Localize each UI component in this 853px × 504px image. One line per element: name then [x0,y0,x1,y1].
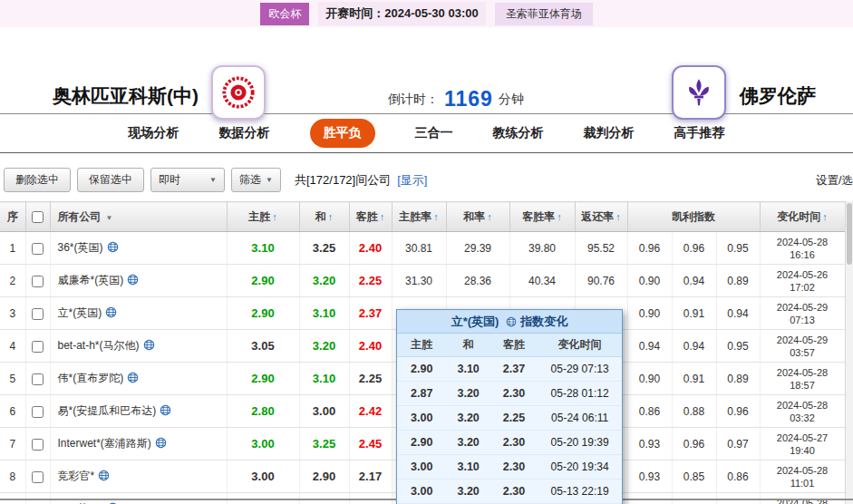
globe-icon[interactable] [143,339,155,351]
kelly-away: 0.95 [716,330,760,363]
tab-live-analysis[interactable]: 现场分析 [129,125,179,141]
row-index: 6 [0,395,25,428]
popup-away-odds: 2.30 [490,382,538,406]
odds-row[interactable]: 2威廉希*(英国)2.903.202.2531.3028.3640.3490.7… [0,265,845,297]
company-name[interactable]: Interwet*(塞浦路斯) [50,428,227,460]
row-checkbox[interactable] [32,471,44,483]
vertical-scrollbar[interactable] [845,201,853,504]
col-away-odds[interactable]: 客胜↑ [349,202,392,232]
company-name[interactable]: bet-at-h*(马尔他) [50,330,227,363]
home-odds: 3.00 [227,460,299,493]
popup-change-time: 05-28 01:12 [538,382,622,406]
home-team-logo [211,65,266,120]
home-odds: 2.90 [227,265,299,297]
globe-icon[interactable] [107,241,119,253]
sort-asc-icon: ↑ [328,211,334,222]
match-info-bar: 欧会杯 开赛时间：2024-05-30 03:00 圣索菲亚体育场 [0,0,853,27]
kelly-draw: 0.96 [672,428,716,460]
company-name[interactable]: 36*(英国) [50,232,227,265]
row-checkbox-cell [25,428,50,460]
kelly-draw: 0.96 [672,232,716,265]
popup-row: 2.903.102.3705-29 07:13 [397,357,622,382]
kelly-draw: 0.88 [672,395,716,428]
globe-icon[interactable] [127,274,139,286]
col-change-time[interactable]: 变化时间↑ [760,202,845,232]
company-name[interactable]: 立*(英国) [50,297,227,330]
company-name[interactable]: 威廉希*(英国) [50,265,227,297]
row-checkbox-cell [25,395,50,428]
tab-expert-picks[interactable]: 高手推荐 [674,125,725,141]
globe-icon[interactable] [105,306,117,318]
company-name[interactable]: 竞彩官* [50,460,227,493]
tab-data-analysis[interactable]: 数据分析 [219,125,270,141]
home-odds: 2.80 [227,395,299,428]
company-name[interactable]: 伟*(直布罗陀) [50,363,227,395]
col-home-odds[interactable]: 主胜↑ [227,202,299,232]
home-odds: 3.10 [227,232,299,265]
row-checkbox[interactable] [32,308,44,320]
settings-link[interactable]: 设置/选 [816,172,853,188]
row-index: 7 [0,428,25,460]
popup-title: 立*(英国) 指数变化 [397,310,622,334]
filter-dropdown[interactable]: 筛选 ▼ [231,168,281,192]
popup-col-draw: 和 [446,334,490,357]
tab-three-in-one[interactable]: 三合一 [415,125,453,141]
company-filter-caret-icon[interactable]: ▼ [106,214,113,222]
instant-dropdown[interactable]: 即时 ▼ [150,168,225,192]
popup-col-time: 变化时间 [538,334,622,357]
home-odds: 2.90 [227,363,299,395]
delete-selected-button[interactable]: 删除选中 [4,168,71,192]
venue-name: 圣索菲亚体育场 [495,3,593,25]
company-name[interactable]: 易*(安提瓜和巴布达) [50,395,227,428]
row-checkbox[interactable] [32,439,44,451]
change-time: 2024-05-2617:02 [760,265,845,297]
sort-asc-icon: ↑ [380,211,385,222]
globe-icon [506,316,517,327]
company-count-text: 共[172/172]间公司 [295,172,391,189]
change-time: 2024-05-2803:32 [760,395,845,428]
popup-tbody: 2.903.102.3705-29 07:132.873.202.3005-28… [397,357,622,504]
row-checkbox[interactable] [32,243,44,255]
sort-asc-icon: ↑ [822,211,828,222]
draw-odds: 3.10 [299,363,349,395]
popup-home-odds: 2.90 [397,431,446,455]
popup-row: 3.003.202.3005-13 22:19 [397,480,622,504]
tab-win-draw-loss[interactable]: 胜平负 [310,119,375,148]
globe-icon[interactable] [160,404,171,416]
popup-away-odds: 2.30 [490,455,538,480]
row-checkbox[interactable] [32,276,44,287]
row-checkbox[interactable] [32,406,44,418]
kelly-home: 0.90 [627,297,672,330]
col-home-rate[interactable]: 主胜率↑ [392,202,446,232]
odds-row[interactable]: 136*(英国)3.103.252.4030.8129.3939.8095.52… [0,232,845,265]
draw-odds: 3.25 [299,232,349,265]
tab-referee-analysis[interactable]: 裁判分析 [584,125,635,141]
draw-odds: 3.10 [299,297,349,330]
globe-icon[interactable] [127,372,139,383]
return-rate: 90.76 [575,265,627,297]
odds-comparison-page: 欧会杯 开赛时间：2024-05-30 03:00 圣索菲亚体育场 奥林匹亚科斯… [0,0,853,504]
row-checkbox[interactable] [32,341,44,353]
popup-table: 主胜 和 客胜 变化时间 2.903.102.3705-29 07:132.87… [397,334,622,504]
tab-coach-analysis[interactable]: 教练分析 [493,125,544,141]
popup-col-away: 客胜 [490,334,538,357]
scrollbar-thumb[interactable] [847,203,852,265]
kelly-away: 0.89 [716,265,760,297]
popup-draw-odds: 3.20 [446,480,490,504]
draw-odds: 2.90 [299,460,349,493]
select-all-checkbox[interactable] [32,211,44,223]
away-team-name: 佛罗伦萨 [740,83,816,109]
col-return-rate[interactable]: 返还率↑ [575,202,627,232]
keep-selected-button[interactable]: 保留选中 [77,168,144,192]
globe-icon[interactable] [98,470,110,481]
row-checkbox[interactable] [32,373,44,385]
show-link[interactable]: [显示] [397,172,427,189]
col-draw-rate[interactable]: 和率↑ [446,202,509,232]
kelly-home: 0.90 [627,363,672,395]
col-draw-odds[interactable]: 和↑ [299,202,349,232]
col-company[interactable]: 所有公司▼ [50,202,227,232]
away-odds: 2.25 [349,265,392,297]
col-away-rate[interactable]: 客胜率↑ [509,202,575,232]
globe-icon[interactable] [155,437,167,449]
kelly-home: 0.96 [627,232,672,265]
